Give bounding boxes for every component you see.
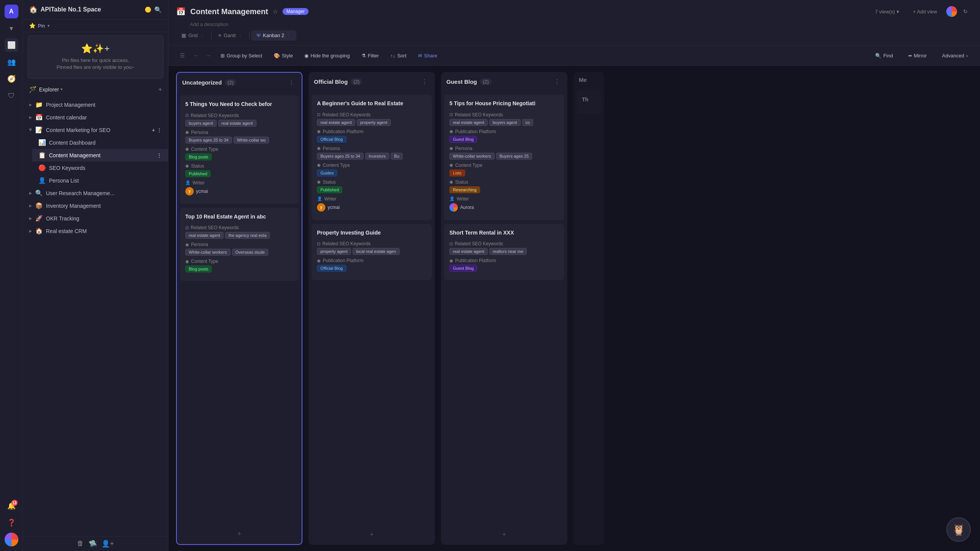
sidebar-item-user-research[interactable]: ▶ 🔍 User Research Manageme... + ⋮ xyxy=(23,187,168,199)
sidebar-item-project-management[interactable]: ▶ 📁 Project Management + ⋮ xyxy=(23,98,168,111)
page-description[interactable]: Add a description xyxy=(190,21,228,27)
tab-kanban[interactable]: Ψ Kanban 2 ⋮ xyxy=(251,30,296,41)
add-btn[interactable]: + xyxy=(152,102,155,108)
add-card-btn-guest[interactable]: + xyxy=(443,527,565,543)
card-5things[interactable]: 5 Things You Need to Check befor ⊡ Relat… xyxy=(180,95,299,204)
user-add-btn[interactable]: 👤+ xyxy=(101,540,114,548)
collapse-panel-btn[interactable]: ☰ xyxy=(176,49,188,62)
title-star-icon[interactable]: ☆ xyxy=(273,8,278,15)
sidebar-item-inventory[interactable]: ▶ 📦 Inventory Management + ⋮ xyxy=(23,199,168,212)
sidebar-item-content-calendar[interactable]: ▶ 📅 Content calendar + ⋮ xyxy=(23,111,168,124)
content-type-tags: Guides xyxy=(317,170,426,176)
add-view-btn[interactable]: + Add view xyxy=(908,7,942,17)
sidebar-item-real-estate[interactable]: ▶ 🏠 Real estate CRM + ⋮ xyxy=(23,225,168,237)
card-seo-field: ⊡ Related SEO Keywords real estate agent… xyxy=(317,112,426,126)
add-btn[interactable]: + xyxy=(152,203,155,209)
add-card-btn-uncategorized[interactable]: + xyxy=(179,526,299,542)
content-type-tags: Blog posts xyxy=(185,266,293,272)
sidebar-item-content-management[interactable]: 📋 Content Management ⋮ xyxy=(32,149,168,161)
more-btn[interactable]: ⋮ xyxy=(157,165,162,171)
card-top10[interactable]: Top 10 Real Estate Agent in abc ⊡ Relate… xyxy=(180,208,299,281)
help-icon-btn[interactable]: ❓ xyxy=(5,516,18,530)
persona-field-icon: ◉ xyxy=(317,146,321,151)
bot-avatar[interactable]: 🦉 xyxy=(946,517,971,542)
card-5tips[interactable]: 5 Tips for House Pricing Negotiati ⊡ Rel… xyxy=(444,95,564,220)
card-short-term-rental[interactable]: Short Term Rental in XXX ⊡ Related SEO K… xyxy=(444,224,564,280)
column-menu-btn[interactable]: ⋮ xyxy=(287,77,296,88)
group-by-btn[interactable]: ⊞ Group by Select xyxy=(216,51,267,60)
views-count-btn[interactable]: 7 view(s) ▾ xyxy=(871,7,904,17)
sort-btn[interactable]: ↑↓ Sort xyxy=(386,51,411,60)
explorer-add-btn[interactable]: + xyxy=(158,86,162,93)
home-icon-btn[interactable]: ⬜ xyxy=(5,38,18,52)
pin-section: ⭐✨+ Pin files here for quick access. Pin… xyxy=(28,35,163,79)
trash-btn[interactable]: 🗑 xyxy=(77,540,84,548)
add-btn[interactable]: + xyxy=(152,228,155,234)
more-btn[interactable]: ⋮ xyxy=(157,215,162,222)
sidebar-search-btn[interactable]: 🔍 xyxy=(154,6,162,13)
status-field-icon: ◉ xyxy=(185,163,189,168)
notification-btn[interactable]: 🔔 13 xyxy=(5,499,18,513)
add-btn[interactable]: + xyxy=(152,127,155,133)
explore-icon-btn[interactable]: 🧭 xyxy=(5,72,18,86)
people-icon-btn[interactable]: 👥 xyxy=(5,55,18,69)
tag-bu: Bu xyxy=(391,153,403,160)
sidebar-item-okr[interactable]: ▶ 🚀 OKR Tracking + ⋮ xyxy=(23,212,168,225)
app-avatar[interactable]: A xyxy=(5,5,18,18)
more-btn[interactable]: ⋮ xyxy=(157,114,162,121)
column-menu-btn[interactable]: ⋮ xyxy=(420,77,430,87)
tag-published: Published xyxy=(185,170,211,177)
back-btn[interactable]: ← xyxy=(191,50,201,61)
forward-btn[interactable]: → xyxy=(203,50,214,61)
card-media-partial[interactable]: Th xyxy=(577,91,601,114)
filter-btn[interactable]: ⚗ Filter xyxy=(357,51,384,60)
mirror-btn[interactable]: ▪▪ Mirror xyxy=(904,51,931,60)
more-btn[interactable]: ⋮ xyxy=(157,102,162,108)
more-btn[interactable]: ⋮ xyxy=(157,127,162,133)
more-btn[interactable]: ⋮ xyxy=(157,152,162,158)
card-platform-field: ◉ Publication Platform Guest Blog xyxy=(449,258,559,272)
card-seo-field: ⊡ Related SEO Keywords real estate agent… xyxy=(449,112,559,126)
sort-icon: ↑↓ xyxy=(390,53,395,59)
inventory-icon: 📦 xyxy=(35,202,43,209)
card-content-type-field: ◉ Content Type Blog posts xyxy=(185,147,293,160)
inventory-label: Inventory Management xyxy=(46,203,149,209)
add-btn[interactable]: + xyxy=(152,215,155,222)
settings-icon-btn[interactable]: 🛡 xyxy=(5,89,18,103)
explorer-label[interactable]: Explorer ▾ xyxy=(39,86,63,93)
collapse-sidebar-btn[interactable]: ▾ xyxy=(5,21,18,35)
sidebar-item-seo-keywords[interactable]: 🔴 SEO Keywords ⋮ xyxy=(32,161,168,174)
tab-grid[interactable]: ▦ Grid ⋮ xyxy=(176,30,210,41)
sidebar-item-content-dashboard[interactable]: 📊 Content Dashboard ⋮ xyxy=(32,136,168,149)
content-mgmt-icon: 📋 xyxy=(38,152,46,159)
refresh-btn[interactable]: ↻ xyxy=(959,5,972,18)
column-menu-btn[interactable]: ⋮ xyxy=(552,77,562,87)
column-official-blog: Official Blog (2) ⋮ A Beginner's Guide t… xyxy=(309,72,435,545)
satellite-btn[interactable]: 🛸 xyxy=(88,540,97,548)
content-type-icon: ◉ xyxy=(317,163,321,168)
card-property-investing[interactable]: Property Investing Guide ⊡ Related SEO K… xyxy=(312,224,432,280)
more-btn[interactable]: ⋮ xyxy=(157,190,162,196)
add-btn[interactable]: + xyxy=(152,190,155,196)
pin-label[interactable]: Pin xyxy=(38,23,45,29)
share-btn[interactable]: ✉ Share xyxy=(413,51,442,60)
style-btn[interactable]: 🎨 Style xyxy=(269,51,297,60)
sidebar-item-persona-list[interactable]: 👤 Persona List ⋮ xyxy=(32,174,168,187)
more-btn[interactable]: ⋮ xyxy=(157,140,162,146)
advanced-btn[interactable]: Advanced › xyxy=(938,51,972,60)
more-btn[interactable]: ⋮ xyxy=(157,228,162,234)
tab-gantt[interactable]: ≡ Gantt ⋮ xyxy=(213,30,248,41)
hide-grouping-btn[interactable]: ◉ Hide the grouping xyxy=(300,51,354,60)
tag-blog-posts: Blog posts xyxy=(185,153,212,160)
more-btn[interactable]: ⋮ xyxy=(157,178,162,184)
seo-field-icon: ⊡ xyxy=(185,113,189,118)
card-beginners-guide[interactable]: A Beginner's Guide to Real Estate ⊡ Rela… xyxy=(312,95,432,220)
sidebar-item-content-marketing[interactable]: ▶ 📝 Content Marketing for SEO + ⋮ xyxy=(23,124,168,136)
more-btn[interactable]: ⋮ xyxy=(157,203,162,209)
user-profile-icon[interactable] xyxy=(946,6,957,17)
logo-icon xyxy=(5,533,18,546)
add-btn[interactable]: + xyxy=(152,114,155,121)
seo-field-label: Related SEO Keywords xyxy=(455,241,503,246)
find-btn[interactable]: 🔍 Find xyxy=(871,51,897,60)
add-card-btn-official[interactable]: + xyxy=(311,527,433,543)
